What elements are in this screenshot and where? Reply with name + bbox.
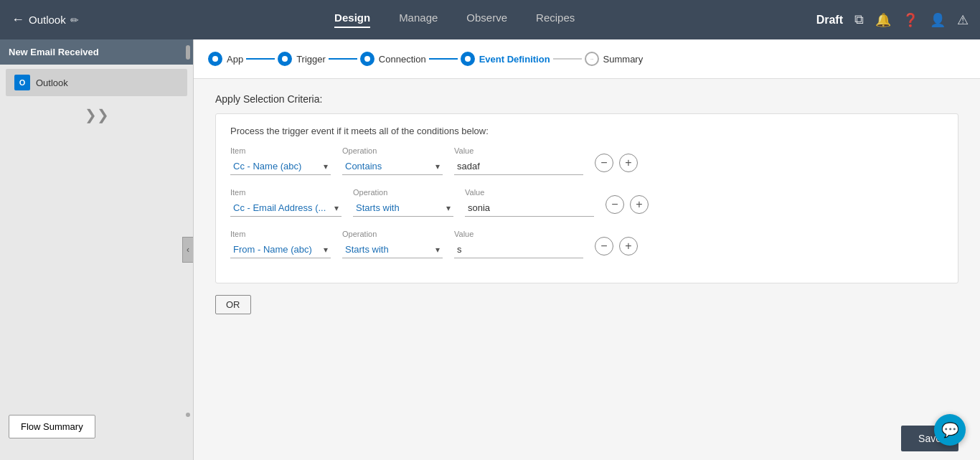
item-label-2: Item (230, 188, 341, 197)
step-event-def: Event Definition (461, 52, 550, 66)
edit-icon: ✏ (70, 14, 79, 26)
remove-row-1-button[interactable]: − (595, 154, 613, 172)
field-group-item-2: Item Cc - Email Address (... (230, 188, 341, 217)
warning-icon: ⚠ (957, 12, 969, 28)
value-input-3[interactable] (454, 241, 583, 258)
item-label-3: Item (230, 230, 331, 238)
step-circle-app (208, 52, 222, 66)
remove-row-2-button[interactable]: − (606, 195, 624, 214)
main-layout: New Email Received O Outlook ❯❯ ‹ Flow S… (0, 39, 980, 460)
op-select-1[interactable]: Contains (342, 158, 443, 175)
item-select-wrapper-3: From - Name (abc) (230, 241, 331, 258)
row-actions-3: − + (595, 237, 638, 258)
top-nav: ← Outlook ✏ Design Manage Observe Recipe… (0, 0, 980, 39)
step-circle-event-def (461, 52, 475, 66)
row-actions-2: − + (606, 195, 649, 217)
step-circle-connection (360, 52, 374, 66)
value-input-2[interactable] (465, 200, 594, 217)
step-connector-3 (429, 58, 458, 60)
condition-row-1: Item Cc - Name (abc) Operation Contains (230, 146, 943, 175)
condition-row-3: Item From - Name (abc) Operation Starts … (230, 230, 943, 258)
sidebar: New Email Received O Outlook ❯❯ ‹ Flow S… (0, 39, 194, 460)
op-select-2[interactable]: Starts with (353, 200, 453, 217)
step-connector-4 (553, 58, 582, 60)
step-label-event-def[interactable]: Event Definition (479, 54, 550, 65)
section-title: Apply Selection Criteria: (215, 93, 958, 105)
back-arrow-icon: ← (11, 12, 24, 27)
nav-tabs: Design Manage Observe Recipes (93, 11, 816, 28)
op-label-1: Operation (342, 146, 443, 155)
item-select-2[interactable]: Cc - Email Address (... (230, 200, 341, 217)
step-connector-1 (246, 58, 275, 60)
step-summary: ··· Summary (585, 52, 644, 66)
val-label-3: Value (454, 230, 583, 238)
step-label-app[interactable]: App (227, 54, 243, 65)
outlook-icon: O (14, 75, 30, 90)
op-select-wrapper-3: Starts with (342, 241, 443, 258)
step-circle-summary: ··· (585, 52, 599, 66)
step-circle-trigger (278, 52, 292, 66)
field-group-item-1: Item Cc - Name (abc) (230, 146, 331, 175)
field-group-val-1: Value (454, 146, 583, 175)
field-group-val-2: Value (465, 188, 594, 217)
step-label-summary[interactable]: Summary (603, 54, 644, 65)
op-label-3: Operation (342, 230, 443, 238)
user-icon[interactable]: 👤 (930, 12, 946, 28)
tab-design[interactable]: Design (334, 11, 370, 28)
external-link-icon[interactable]: ⧉ (854, 12, 864, 27)
field-group-op-2: Operation Starts with (353, 188, 453, 217)
back-button[interactable]: ← Outlook ✏ (11, 12, 79, 27)
add-row-3-button[interactable]: + (619, 237, 638, 255)
step-connector-2 (329, 58, 357, 60)
chat-icon: 💬 (941, 421, 959, 438)
val-label-1: Value (454, 146, 583, 155)
main-content: Apply Selection Criteria: Process the tr… (194, 79, 980, 417)
app-name: Outlook (36, 78, 68, 88)
add-row-1-button[interactable]: + (619, 154, 638, 172)
bell-icon[interactable]: 🔔 (875, 12, 891, 28)
op-select-3[interactable]: Starts with (342, 241, 443, 258)
app-item-outlook[interactable]: O Outlook (6, 69, 187, 96)
item-select-1[interactable]: Cc - Name (abc) (230, 158, 331, 175)
tab-observe[interactable]: Observe (466, 11, 507, 28)
step-label-connection[interactable]: Connection (379, 54, 426, 65)
draft-label: Draft (816, 14, 843, 27)
flow-summary-button[interactable]: Flow Summary (9, 415, 95, 438)
content-area: App Trigger Connection Event Definition … (194, 39, 980, 460)
item-select-3[interactable]: From - Name (abc) (230, 241, 331, 258)
sidebar-collapse-button[interactable]: ‹ (182, 237, 194, 263)
nav-right: Draft ⧉ 🔔 ❓ 👤 ⚠ (816, 12, 969, 28)
step-trigger: Trigger (278, 52, 326, 66)
field-group-op-1: Operation Contains (342, 146, 443, 175)
item-select-wrapper-2: Cc - Email Address (... (230, 200, 341, 217)
condition-header: Process the trigger event if it meets al… (230, 126, 943, 136)
bottom-bar: Save (194, 417, 980, 460)
item-select-wrapper-1: Cc - Name (abc) (230, 158, 331, 175)
remove-row-3-button[interactable]: − (595, 237, 613, 255)
op-label-2: Operation (353, 188, 453, 197)
field-group-item-3: Item From - Name (abc) (230, 230, 331, 258)
add-row-2-button[interactable]: + (630, 195, 649, 214)
field-group-val-3: Value (454, 230, 583, 258)
condition-box: Process the trigger event if it meets al… (215, 113, 958, 283)
field-group-op-3: Operation Starts with (342, 230, 443, 258)
item-label-1: Item (230, 146, 331, 155)
step-bar: App Trigger Connection Event Definition … (194, 39, 980, 79)
scroll-bottom-indicator (186, 413, 190, 417)
scroll-indicator (186, 45, 190, 60)
tab-recipes[interactable]: Recipes (536, 11, 575, 28)
condition-row-2: Item Cc - Email Address (... Operation S… (230, 188, 943, 217)
chat-fab-button[interactable]: 💬 (934, 414, 966, 446)
step-app: App (208, 52, 243, 66)
tab-manage[interactable]: Manage (399, 11, 438, 28)
val-label-2: Value (465, 188, 594, 197)
step-label-trigger[interactable]: Trigger (296, 54, 326, 65)
row-actions-1: − + (595, 154, 638, 175)
value-input-1[interactable] (454, 158, 583, 175)
chevron-down-icon[interactable]: ❯❯ (85, 106, 109, 123)
or-button[interactable]: OR (215, 295, 251, 314)
op-select-wrapper-2: Starts with (353, 200, 453, 217)
help-icon[interactable]: ❓ (903, 12, 918, 28)
step-connection: Connection (360, 52, 426, 66)
trigger-label: New Email Received (9, 47, 99, 57)
